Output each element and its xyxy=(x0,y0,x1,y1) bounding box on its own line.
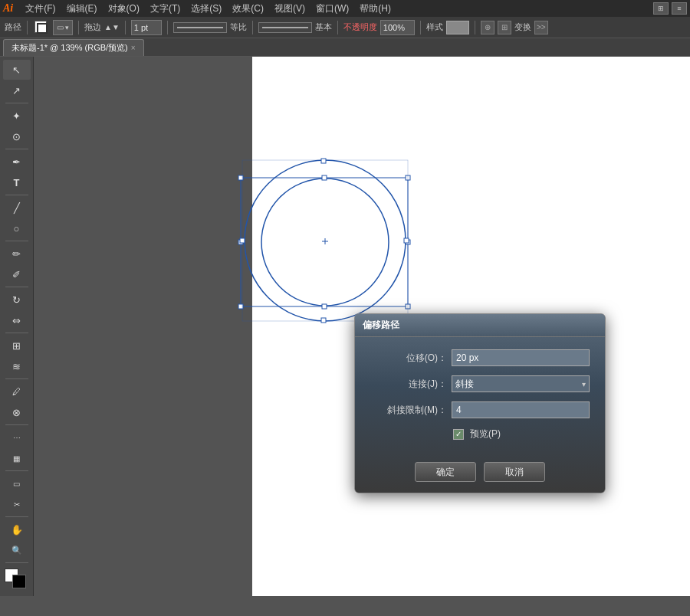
offset-label: 位移(O)： xyxy=(370,352,447,365)
offset-path-dialog: 偏移路径 位移(O)： 连接(J)： 斜接 ▾ 斜接限 xyxy=(354,313,606,493)
tool-blend[interactable]: ⊗ xyxy=(3,402,31,422)
miter-label: 斜接限制(M)： xyxy=(370,404,447,417)
tool-slice[interactable]: ✂ xyxy=(3,494,31,514)
tool-divider-8 xyxy=(5,424,28,425)
tab-title: 未标题-1* @ 139% (RGB/预览) xyxy=(12,42,128,54)
sep2 xyxy=(78,21,79,34)
tool-zoom[interactable]: 🔍 xyxy=(3,540,31,560)
opacity-input[interactable] xyxy=(380,20,415,35)
tool-brush[interactable]: ✏ xyxy=(3,244,31,264)
panel-icon[interactable]: ≡ xyxy=(672,2,687,15)
tool-pen[interactable]: ✒ xyxy=(3,152,31,172)
tool-reflect[interactable]: ⇔ xyxy=(3,310,31,330)
drag-label: 拖边 xyxy=(84,21,101,33)
tool-rotate[interactable]: ↻ xyxy=(3,290,31,310)
menu-edit[interactable]: 编辑(E) xyxy=(62,2,102,15)
tool-scale[interactable]: ⊞ xyxy=(3,336,31,356)
dialog-buttons: 确定 取消 xyxy=(355,462,605,493)
tool-divider-3 xyxy=(5,195,28,195)
menu-effect[interactable]: 效果(C) xyxy=(228,2,268,15)
menu-file[interactable]: 文件(F) xyxy=(21,2,60,15)
menu-object[interactable]: 对象(O) xyxy=(104,2,144,15)
path-label: 路径 xyxy=(5,21,21,33)
tool-divider-1 xyxy=(5,103,28,103)
global-icon[interactable]: ⊕ xyxy=(481,21,495,34)
menu-type[interactable]: 文字(T) xyxy=(146,2,185,15)
miter-row: 斜接限制(M)： xyxy=(370,401,590,418)
svg-rect-5 xyxy=(238,304,243,309)
tool-direct-select[interactable]: ↗ xyxy=(3,80,31,100)
tab-close-button[interactable]: × xyxy=(131,44,136,52)
sep1 xyxy=(27,21,28,34)
checkbox-check-icon: ✓ xyxy=(455,430,462,438)
tool-pencil[interactable]: ✐ xyxy=(3,264,31,284)
tool-divider-9 xyxy=(5,470,28,471)
sep4 xyxy=(167,21,168,34)
opacity-label: 不透明度 xyxy=(343,21,377,33)
sep5 xyxy=(252,21,253,34)
align-icon[interactable]: ⊞ xyxy=(498,21,511,34)
tools-panel: ↖ ↗ ✦ ⊙ ✒ T ╱ ○ ✏ ✐ ↻ ⇔ ⊞ ≋ 🖊 ⊗ ⋯ ▦ ▭ ✂ … xyxy=(0,57,34,596)
style-preview[interactable] xyxy=(446,21,469,34)
join-dropdown-arrow: ▾ xyxy=(582,380,586,388)
document-tab[interactable]: 未标题-1* @ 139% (RGB/预览) × xyxy=(3,39,144,56)
workspace-icon[interactable]: ⊞ xyxy=(653,2,669,15)
preview-checkbox[interactable]: ✓ xyxy=(453,429,464,440)
fill-label: 基本 xyxy=(315,21,332,33)
sep3 xyxy=(125,21,126,34)
tool-symbol[interactable]: ⋯ xyxy=(3,428,31,447)
tool-line[interactable]: ╱ xyxy=(3,198,31,218)
ai-logo: Ai xyxy=(3,2,13,15)
svg-rect-16 xyxy=(240,238,245,243)
menu-help[interactable]: 帮助(H) xyxy=(355,2,396,15)
menu-window[interactable]: 窗口(W) xyxy=(311,2,353,15)
tool-divider-11 xyxy=(5,562,28,563)
join-value: 斜接 xyxy=(455,378,474,391)
miter-input[interactable] xyxy=(452,401,590,418)
main-area: ↖ ↗ ✦ ⊙ ✒ T ╱ ○ ✏ ✐ ↻ ⇔ ⊞ ≋ 🖊 ⊗ ⋯ ▦ ▭ ✂ … xyxy=(0,57,690,596)
stroke-label: 等比 xyxy=(230,21,247,33)
dialog-title-bar[interactable]: 偏移路径 xyxy=(355,314,605,337)
dialog-body: 位移(O)： 连接(J)： 斜接 ▾ 斜接限制(M)： xyxy=(355,337,605,462)
cancel-button[interactable]: 取消 xyxy=(484,462,545,482)
tool-divider-7 xyxy=(5,378,28,379)
tool-ellipse[interactable]: ○ xyxy=(3,218,31,238)
fill-color[interactable] xyxy=(33,19,50,36)
tool-lasso[interactable]: ⊙ xyxy=(3,126,31,146)
menu-select[interactable]: 选择(S) xyxy=(186,2,226,15)
tool-warp[interactable]: ≋ xyxy=(3,356,31,376)
join-select[interactable]: 斜接 ▾ xyxy=(452,375,590,392)
tool-eyedropper[interactable]: 🖊 xyxy=(3,382,31,401)
fill-style[interactable] xyxy=(258,22,312,33)
stroke-width-input[interactable] xyxy=(131,20,162,35)
stroke-style[interactable] xyxy=(173,22,227,33)
tab-bar: 未标题-1* @ 139% (RGB/预览) × xyxy=(0,38,690,57)
stroke-mode[interactable]: ▭ ▾ xyxy=(53,20,73,35)
join-row: 连接(J)： 斜接 ▾ xyxy=(370,375,590,392)
join-label: 连接(J)： xyxy=(370,378,447,391)
tool-column-graph[interactable]: ▦ xyxy=(3,448,31,468)
menu-view[interactable]: 视图(V) xyxy=(270,2,310,15)
offset-row: 位移(O)： xyxy=(370,349,590,366)
confirm-button[interactable]: 确定 xyxy=(415,462,476,482)
sep7 xyxy=(420,21,421,34)
offset-input[interactable] xyxy=(452,349,590,366)
sep8 xyxy=(475,21,475,34)
tool-hand[interactable]: ✋ xyxy=(3,519,31,539)
svg-rect-9 xyxy=(238,240,243,244)
tool-magic-wand[interactable]: ✦ xyxy=(3,106,31,126)
tool-select[interactable]: ↖ xyxy=(3,60,31,80)
tool-type[interactable]: T xyxy=(3,172,31,192)
preview-label: 预览(P) xyxy=(470,428,501,441)
style-label: 样式 xyxy=(426,21,443,33)
tool-divider-6 xyxy=(5,333,28,333)
preview-row: ✓ 预览(P) xyxy=(370,428,590,441)
canvas-area: 偏移路径 位移(O)： 连接(J)： 斜接 ▾ 斜接限 xyxy=(34,57,690,596)
drag-arrow: ▲▼ xyxy=(104,23,120,31)
dialog-title: 偏移路径 xyxy=(363,319,399,332)
svg-rect-3 xyxy=(238,175,243,180)
tool-divider-10 xyxy=(5,516,28,517)
more-icon[interactable]: >> xyxy=(534,21,548,34)
tool-artboard[interactable]: ▭ xyxy=(3,473,31,493)
color-boxes[interactable] xyxy=(3,568,31,591)
